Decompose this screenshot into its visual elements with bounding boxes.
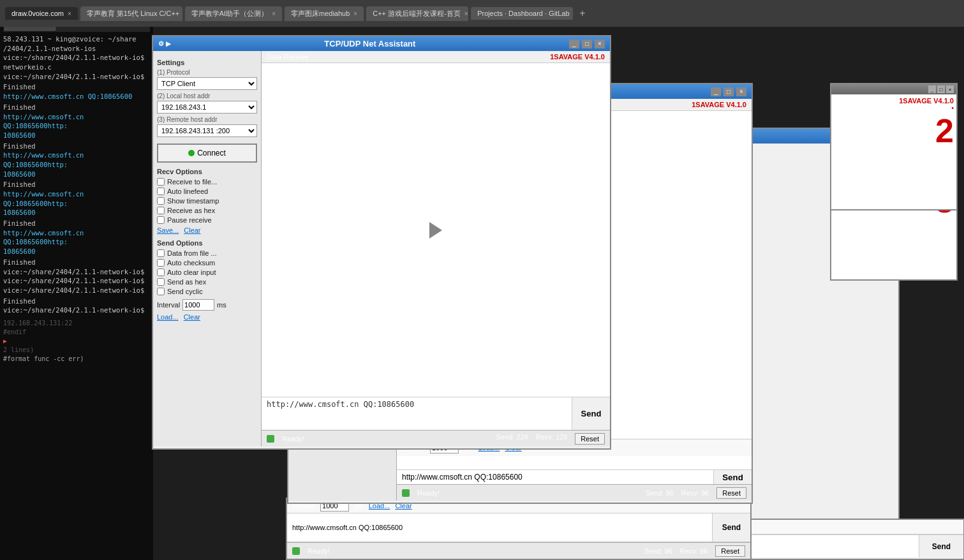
interval-input[interactable] bbox=[182, 299, 214, 311]
tcp-minimize-2[interactable]: _ bbox=[711, 87, 721, 96]
send-button-bottom-3[interactable]: Send bbox=[919, 534, 963, 557]
savage-maximize-1[interactable]: □ bbox=[937, 85, 945, 93]
protocol-select[interactable]: TCP Client TCP Server UDP bbox=[157, 77, 257, 90]
send-area: http://www.cmsoft.cn QQ:10865600 Send bbox=[262, 397, 610, 430]
tcp-right-panel: Data Receive 1SAVAGE V4.1.0 http://www.c… bbox=[262, 51, 610, 446]
tcp-maximize-main[interactable]: □ bbox=[582, 40, 592, 48]
recv-count-2: Recv: 96 bbox=[681, 489, 709, 497]
tab-zero[interactable]: 零声教育 第15代 Linux C/C++ × bbox=[80, 6, 182, 21]
status-indicator-2 bbox=[402, 489, 410, 497]
send-options-title: Send Options bbox=[157, 239, 257, 247]
recv-linefeed-checkbox[interactable] bbox=[157, 188, 165, 195]
savage-close-1[interactable]: × bbox=[946, 85, 954, 93]
send-autoclear-checkbox[interactable] bbox=[157, 269, 165, 276]
tab-ai[interactable]: 零声教学AI助手（公测） × bbox=[185, 6, 282, 21]
status-bar-main: Ready! Send: 224 Recv: 128 Reset bbox=[262, 430, 610, 446]
tcp-close-2[interactable]: × bbox=[736, 87, 746, 96]
send-count-2: Send: 96 bbox=[646, 489, 674, 497]
clear-recv-button[interactable]: Clear bbox=[184, 226, 200, 234]
savage-content-1: 1SAVAGE V4.1.0 • 2 bbox=[831, 94, 956, 150]
tcp-settings-panel: Settings (1) Protocol TCP Client TCP Ser… bbox=[153, 51, 262, 446]
tcp-controls-2: _ □ × bbox=[711, 87, 746, 96]
savage-minimize-1[interactable]: _ bbox=[928, 85, 936, 93]
recv-pause-checkbox[interactable] bbox=[157, 216, 165, 224]
tab-media[interactable]: 零声图床mediahub × bbox=[285, 6, 364, 21]
recv-option-4: Receive as hex bbox=[157, 207, 257, 214]
tcp-close-main[interactable]: × bbox=[595, 40, 605, 48]
recv-hex-checkbox[interactable] bbox=[157, 207, 165, 214]
status-indicator-bottom-2 bbox=[292, 547, 300, 555]
savage-version-1: 1SAVAGE V4.1.0 bbox=[834, 97, 954, 105]
interval-unit: ms bbox=[217, 301, 226, 309]
ready-indicator bbox=[267, 435, 274, 443]
stats-row: Send: 224 Recv: 128 Reset bbox=[496, 433, 605, 445]
send-input-2[interactable] bbox=[397, 470, 713, 484]
recv-option-3: Show timestamp bbox=[157, 197, 257, 205]
add-tab-button[interactable]: + bbox=[575, 8, 589, 19]
savage-window-1: _ □ × 1SAVAGE V4.1.0 • 2 bbox=[830, 83, 958, 210]
recv-options-title: Recv Options bbox=[157, 168, 257, 175]
remote-host-select[interactable]: 192.168.243.131 :200 bbox=[157, 124, 257, 137]
ready-label-bottom-2: Ready! bbox=[308, 547, 330, 555]
protocol-label: (1) Protocol bbox=[157, 69, 257, 76]
recv-hex-label: Receive as hex bbox=[167, 207, 215, 214]
recv-option-5: Pause receive bbox=[157, 216, 257, 224]
connect-status-dot bbox=[188, 150, 195, 156]
connect-button[interactable]: Connect bbox=[157, 144, 257, 163]
send-checksum-label: Auto checksum bbox=[167, 259, 215, 267]
send-button-bottom-2[interactable]: Send bbox=[712, 513, 750, 542]
tab-draw[interactable]: draw.0voice.com × bbox=[5, 7, 78, 20]
recv-linefeed-label: Auto linefeed bbox=[167, 188, 208, 195]
tab-ai-label: 零声教学AI助手（公测） bbox=[191, 9, 268, 18]
tab-draw-label: draw.0voice.com bbox=[11, 10, 64, 17]
tcp-menu-icon: ⚙ ▶ bbox=[158, 40, 171, 47]
local-host-label: (2) Local host addr bbox=[157, 92, 257, 99]
terminal-panel: File Edit View Tools Tab Window Help 58.… bbox=[0, 0, 153, 560]
save-button[interactable]: Save... bbox=[157, 226, 179, 234]
load-button[interactable]: Load... bbox=[157, 313, 179, 321]
connect-label: Connect bbox=[197, 149, 226, 158]
recv-count: Recv: 128 bbox=[536, 433, 568, 445]
tcp-maximize-2[interactable]: □ bbox=[723, 87, 734, 96]
reset-button-bottom-2[interactable]: Reset bbox=[715, 545, 745, 557]
tab-close-cpp[interactable]: × bbox=[464, 10, 468, 17]
data-receive-header: Data Receive 1SAVAGE V4.1.0 bbox=[262, 51, 610, 63]
local-host-select[interactable]: 192.168.243.1 bbox=[157, 101, 257, 114]
tab-media-label: 零声图床mediahub bbox=[291, 9, 350, 18]
send-hex-checkbox[interactable] bbox=[157, 278, 165, 286]
send-checksum-checkbox[interactable] bbox=[157, 259, 165, 267]
send-hex-label: Send as hex bbox=[167, 278, 206, 286]
send-input-bottom-2[interactable] bbox=[287, 513, 712, 542]
send-cyclic-checkbox[interactable] bbox=[157, 288, 165, 295]
recv-action-row: Save... Clear bbox=[157, 226, 257, 234]
tab-gitlab[interactable]: Projects · Dashboard · GitLab × bbox=[471, 7, 573, 20]
tcp-bottom-window-2: Interval ms Load... Clear Send Ready! Se… bbox=[286, 497, 752, 560]
send-option-3: Auto clear input bbox=[157, 269, 257, 276]
send-input-main[interactable]: http://www.cmsoft.cn QQ:10865600 bbox=[262, 397, 572, 430]
recv-pause-label: Pause receive bbox=[167, 216, 212, 224]
tab-gitlab-label: Projects · Dashboard · GitLab bbox=[477, 10, 569, 17]
savage-label-2: 1SAVAGE V4.1.0 bbox=[692, 101, 746, 108]
tcp-minimize-main[interactable]: _ bbox=[569, 40, 579, 48]
recv-option-1: Receive to file... bbox=[157, 178, 257, 186]
recv-timestamp-checkbox[interactable] bbox=[157, 197, 165, 205]
tab-close-draw[interactable]: × bbox=[68, 10, 71, 17]
tab-close-media[interactable]: × bbox=[353, 10, 357, 17]
settings-title: Settings bbox=[157, 59, 257, 66]
tab-close-ai[interactable]: × bbox=[272, 10, 276, 17]
tab-zero-label: 零声教育 第15代 Linux C/C++ bbox=[87, 9, 180, 18]
recv-file-checkbox[interactable] bbox=[157, 178, 165, 186]
clear-send-button[interactable]: Clear bbox=[184, 313, 200, 321]
tab-cpp[interactable]: C++ 游戏后端开发课程-首页 × bbox=[366, 6, 468, 21]
data-receive-area bbox=[262, 63, 610, 397]
ready-label-2: Ready! bbox=[417, 489, 440, 497]
reset-button[interactable]: Reset bbox=[575, 433, 605, 445]
send-button-2[interactable]: Send bbox=[713, 470, 752, 484]
send-button-main[interactable]: Send bbox=[572, 397, 610, 430]
data-receive-title: Data Receive bbox=[267, 53, 309, 61]
remote-host-label: (3) Remote host addr bbox=[157, 116, 257, 123]
interval-label: Interval bbox=[157, 301, 180, 309]
tcp-window-main: ⚙ ▶ TCP/UDP Net Assistant _ □ × Settings… bbox=[152, 35, 611, 450]
send-file-checkbox[interactable] bbox=[157, 249, 165, 257]
reset-button-2[interactable]: Reset bbox=[716, 487, 746, 499]
